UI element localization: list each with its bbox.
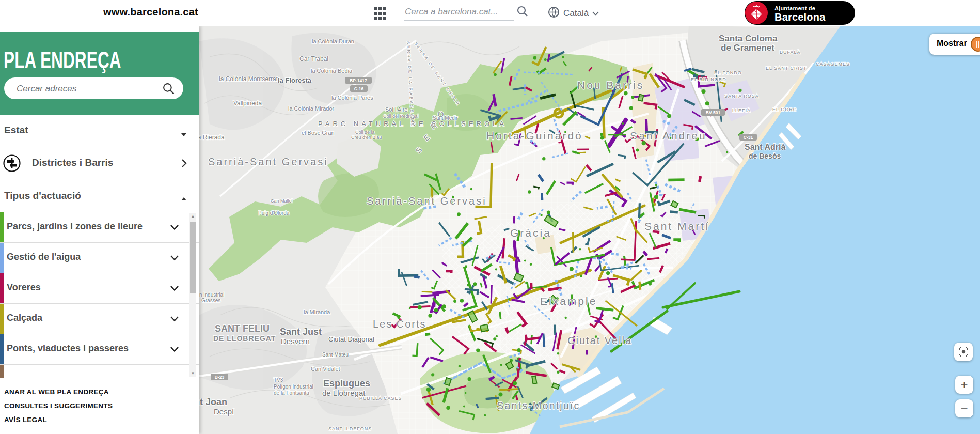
scroll-up-arrow[interactable]: ▲ xyxy=(189,213,196,220)
sidebar-footer-link[interactable]: AVÍS LEGAL xyxy=(4,415,195,424)
sidebar-footer-link[interactable]: ANAR AL WEB PLA ENDREÇA xyxy=(4,388,195,396)
category-color-bar xyxy=(0,304,4,334)
sidebar-header: PLA ENDREÇA xyxy=(0,32,199,115)
map-place-label: Sant Martí xyxy=(644,220,710,232)
map-place-label: DE LLOBREGAT xyxy=(213,334,276,343)
global-search-input[interactable] xyxy=(404,4,514,21)
map-place-label: Can Mallol xyxy=(271,198,293,204)
road-shield: BP-1417 xyxy=(345,77,372,84)
mostrar-label: Mostrar xyxy=(937,39,967,48)
map-place-label: Puig d'Olorda xyxy=(258,210,290,216)
map-place-label: EL FONDO xyxy=(714,70,742,75)
section-districtes[interactable]: Districtes i Barris xyxy=(0,146,199,181)
map-place-label: TV3 xyxy=(274,377,283,383)
map-place-label: EL RIU NORD xyxy=(691,77,726,82)
map-place-label: Desvern xyxy=(281,337,310,346)
zoom-out-button[interactable]: − xyxy=(955,399,973,417)
map-place-label: Despí xyxy=(214,407,234,416)
globe-icon xyxy=(548,6,560,21)
category-item[interactable]: Calçada xyxy=(0,304,199,334)
map-place-label: Nou Barris xyxy=(577,79,644,91)
category-item[interactable]: Ponts, viaductes i passeres xyxy=(0,334,199,365)
map-place-label: Polígon industrial xyxy=(274,384,313,390)
category-item[interactable] xyxy=(0,365,199,378)
map-place-label: nt Joan xyxy=(199,397,227,407)
mostrar-legend-button[interactable]: Mostrar xyxy=(929,34,980,55)
logo-line-2: Barcelona xyxy=(774,11,826,23)
svg-text:C-31: C-31 xyxy=(744,135,753,140)
map-place-label: la Miranda xyxy=(304,309,330,315)
map-place-label: Sants-Montjuïc xyxy=(497,400,580,411)
road-shield: BV-501 xyxy=(701,109,725,116)
map-place-label: la Rierada xyxy=(199,134,225,141)
map-place-label: EL GORG xyxy=(772,107,797,112)
section-label: Tipus d'actuació xyxy=(4,190,81,202)
section-estat[interactable]: Estat xyxy=(0,116,199,147)
map-place-label: CASAGEMES xyxy=(816,61,850,67)
global-search xyxy=(404,4,529,22)
barcelona-crest-icon xyxy=(745,2,768,24)
map-place-label: la Colònia Parès xyxy=(331,95,373,101)
map-place-label: la Colònia Montserrat xyxy=(219,75,278,83)
map-place-label: de la Fontsanta xyxy=(274,390,309,396)
map-place-label: Sant Mateu xyxy=(322,352,349,358)
map-area[interactable]: BP-1417C-16BV-501C-31B-23 Sarrià-Sant Ge… xyxy=(199,26,980,434)
plan-title: PLA ENDREÇA xyxy=(4,47,121,73)
ajuntament-logo[interactable]: Ajuntament de Barcelona xyxy=(745,1,855,25)
map-place-label: SANTA ROSA xyxy=(724,94,759,99)
address-search-box xyxy=(4,78,183,99)
map-place-label: Esplugues xyxy=(323,378,370,389)
apps-grid-icon[interactable] xyxy=(374,7,387,21)
map-place-label: PUBILLA CASES xyxy=(359,396,402,401)
search-icon[interactable] xyxy=(162,82,175,97)
search-icon[interactable] xyxy=(516,5,529,20)
language-selector[interactable]: Català xyxy=(548,6,599,21)
map-place-label: Santa Coloma xyxy=(719,34,778,43)
scroll-down-arrow[interactable]: ▼ xyxy=(189,370,196,377)
map-place-label: Ciutat Vella xyxy=(567,335,632,346)
category-scrollbar[interactable]: ▲ ▼ xyxy=(189,213,196,377)
language-label: Català xyxy=(563,8,589,19)
address-search-input[interactable] xyxy=(15,82,157,96)
scrollbar-thumb[interactable] xyxy=(190,222,196,293)
chevron-right-icon xyxy=(181,159,187,170)
map-place-label: Can Vidalet xyxy=(311,366,340,372)
zoom-in-button[interactable]: + xyxy=(955,376,973,394)
category-label: Ponts, viaductes i passeres xyxy=(7,343,129,354)
chevron-down-icon xyxy=(592,8,599,19)
category-item[interactable]: Gestió de l'aigua xyxy=(0,243,199,273)
category-color-bar xyxy=(0,365,4,378)
sidebar-footer-links: ANAR AL WEB PLA ENDREÇACONSULTES I SUGGE… xyxy=(4,388,195,429)
map-place-label: la Floresta xyxy=(278,76,312,84)
map-place-label: Car Trabal xyxy=(299,55,328,63)
locate-icon xyxy=(958,347,969,357)
map-place-label: Coll de la xyxy=(355,130,375,135)
road-shield: C-31 xyxy=(739,134,757,141)
svg-text:BV-501: BV-501 xyxy=(706,110,721,115)
map-place-label: SANT ILDEFONS xyxy=(328,426,372,431)
locate-button[interactable] xyxy=(954,343,973,361)
map-place-label: Creu d'en Blau xyxy=(351,135,382,140)
category-label: Gestió de l'aigua xyxy=(7,252,81,262)
sidebar-footer-link[interactable]: CONSULTES I SUGGERIMENTS xyxy=(4,401,195,410)
chevron-down-icon xyxy=(170,225,179,230)
chevron-down-icon xyxy=(170,286,179,291)
svg-text:C-16: C-16 xyxy=(354,86,364,91)
map-place-label: Sant Adrià xyxy=(745,143,786,151)
section-tipus-actuacio[interactable]: Tipus d'actuació xyxy=(0,180,199,213)
category-item[interactable]: Parcs, jardins i zones de lleure xyxy=(0,212,199,243)
map-place-label: el Bosc Gran xyxy=(302,130,335,136)
map-place-label: BUFALÀ xyxy=(780,50,801,55)
basemap[interactable]: BP-1417C-16BV-501C-31B-23 Sarrià-Sant Ge… xyxy=(199,26,980,434)
chevron-down-icon xyxy=(170,316,179,322)
category-item[interactable]: Voreres xyxy=(0,273,199,304)
svg-text:BP-1417: BP-1417 xyxy=(350,78,367,83)
chevron-down-icon xyxy=(170,347,179,352)
category-color-bar xyxy=(0,243,4,273)
pla-endreca-badge-icon xyxy=(971,37,980,52)
category-label: Calçada xyxy=(7,313,42,323)
caret-up-icon xyxy=(181,194,187,203)
category-label: Parcs, jardins i zones de lleure xyxy=(7,221,143,232)
map-place-label: Sarrià-Sant Gervasi xyxy=(367,195,487,207)
category-color-bar xyxy=(0,273,4,303)
